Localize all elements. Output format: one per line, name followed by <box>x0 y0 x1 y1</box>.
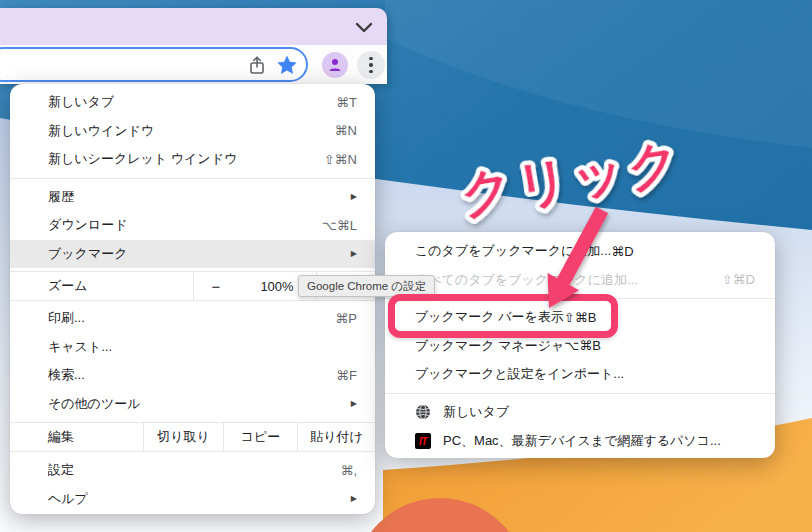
shortcut-label: ⌥⌘L <box>322 218 357 233</box>
menu-item-edit: 編集 切り取り コピー 貼り付け <box>10 422 375 452</box>
shortcut-label: ⇧⌘D <box>722 272 755 287</box>
menu-item-settings[interactable]: 設定 ⌘, <box>10 456 375 485</box>
chevron-down-icon[interactable] <box>352 20 376 36</box>
bookmark-star-icon[interactable] <box>276 54 298 76</box>
chrome-main-menu: 新しいタブ ⌘T 新しいウインドウ ⌘N 新しいシークレット ウインドウ ⇧⌘N… <box>10 84 375 514</box>
globe-icon <box>415 404 431 420</box>
menu-separator <box>10 178 375 179</box>
menu-item-new-tab[interactable]: 新しいタブ ⌘T <box>10 88 375 117</box>
submenu-item-import-bookmarks[interactable]: ブックマークと設定をインポート... <box>385 360 775 389</box>
menu-item-label: 新しいシークレット ウインドウ <box>48 150 237 168</box>
menu-item-label: 新しいタブ <box>48 93 114 111</box>
menu-item-label: 印刷... <box>48 309 85 327</box>
shortcut-label: ⌘N <box>335 123 357 138</box>
submenu-item-bookmark-itmedia[interactable]: IT PC、Mac、最新デバイスまで網羅するパソコ... <box>385 427 775 456</box>
copy-button[interactable]: コピー <box>223 423 297 451</box>
submenu-arrow-icon: ▶ <box>351 249 357 258</box>
menu-item-label: すべてのタブをブックマークに追加... <box>415 271 638 289</box>
shortcut-label: ⌘D <box>611 244 633 259</box>
browser-toolbar <box>0 45 387 84</box>
menu-item-label: キャスト... <box>48 338 112 356</box>
annotation-highlight-rect <box>388 294 618 338</box>
menu-item-new-window[interactable]: 新しいウインドウ ⌘N <box>10 117 375 146</box>
person-icon <box>327 57 343 73</box>
shortcut-label: ⇧⌘N <box>324 152 357 167</box>
zoom-out-button[interactable]: − <box>193 272 238 300</box>
menu-item-new-incognito-window[interactable]: 新しいシークレット ウインドウ ⇧⌘N <box>10 145 375 174</box>
menu-dots-icon[interactable] <box>357 51 385 79</box>
menu-item-label: 検索... <box>48 366 85 384</box>
bookmarks-submenu: このタブをブックマークに追加... ⌘D すべてのタブをブックマークに追加...… <box>385 232 775 458</box>
cut-button[interactable]: 切り取り <box>143 423 223 451</box>
menu-item-label: その他のツール <box>48 395 141 413</box>
profile-avatar[interactable] <box>322 52 348 78</box>
address-bar[interactable] <box>0 47 308 82</box>
menu-item-label: ブックマークと設定をインポート... <box>415 365 624 383</box>
share-icon[interactable] <box>248 55 266 75</box>
menu-item-label: ブックマーク <box>48 245 128 263</box>
menu-item-label: 新しいタブ <box>443 403 509 421</box>
edit-label: 編集 <box>10 423 143 451</box>
tooltip-text: Google Chrome の設定 <box>307 279 426 294</box>
menu-item-label: PC、Mac、最新デバイスまで網羅するパソコ... <box>443 432 721 450</box>
menu-item-label: 履歴 <box>48 188 74 206</box>
shortcut-label: ⌘F <box>336 368 357 383</box>
menu-item-downloads[interactable]: ダウンロード ⌥⌘L <box>10 211 375 240</box>
submenu-item-bookmark-new-tab[interactable]: 新しいタブ <box>385 398 775 427</box>
submenu-item-bookmark-this-tab[interactable]: このタブをブックマークに追加... ⌘D <box>385 237 775 266</box>
menu-item-find[interactable]: 検索... ⌘F <box>10 361 375 390</box>
menu-item-help[interactable]: ヘルプ ▶ <box>10 485 375 514</box>
submenu-arrow-icon: ▶ <box>351 494 357 503</box>
shortcut-label: ⌘P <box>335 311 357 326</box>
menu-item-label: ブックマーク マネージャ <box>415 337 564 355</box>
tab-strip <box>0 8 387 45</box>
shortcut-label: ⌥⌘B <box>564 338 601 353</box>
shortcut-label: ⌘T <box>336 95 357 110</box>
menu-item-label: このタブをブックマークに追加... <box>415 242 611 260</box>
menu-item-history[interactable]: 履歴 ▶ <box>10 183 375 212</box>
menu-separator <box>385 393 775 394</box>
submenu-arrow-icon: ▶ <box>351 399 357 408</box>
menu-item-label: ヘルプ <box>48 490 88 508</box>
menu-item-more-tools[interactable]: その他のツール ▶ <box>10 390 375 419</box>
menu-item-bookmarks[interactable]: ブックマーク ▶ <box>10 240 375 269</box>
browser-window-top <box>0 8 387 84</box>
screenshot-stage: 新しいタブ ⌘T 新しいウインドウ ⌘N 新しいシークレット ウインドウ ⇧⌘N… <box>0 0 812 532</box>
submenu-item-bookmark-all-tabs: すべてのタブをブックマークに追加... ⇧⌘D <box>385 266 775 295</box>
shortcut-label: ⌘, <box>340 463 357 478</box>
zoom-label: ズーム <box>10 272 193 300</box>
it-favicon: IT <box>415 433 431 449</box>
submenu-arrow-icon: ▶ <box>351 192 357 201</box>
three-dots <box>369 57 373 74</box>
menu-item-cast[interactable]: キャスト... <box>10 333 375 362</box>
menu-item-label: 新しいウインドウ <box>48 122 154 140</box>
menu-item-print[interactable]: 印刷... ⌘P <box>10 304 375 333</box>
menu-item-label: ダウンロード <box>48 216 128 234</box>
paste-button[interactable]: 貼り付け <box>297 423 375 451</box>
menu-item-label: 設定 <box>48 461 74 479</box>
